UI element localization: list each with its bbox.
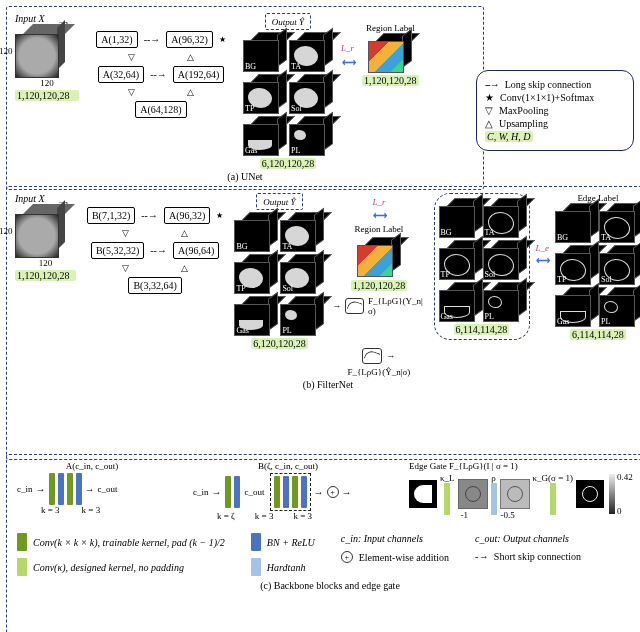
legend-long-skip: --→ Long skip connection bbox=[485, 79, 625, 90]
sigmoid-icon bbox=[345, 298, 364, 314]
gate-up-label: F_{LρG}(Y_n|σ) bbox=[368, 296, 426, 316]
output-block-a: Output Ŷ BG TA TP Sol Gas PL 6,120,120,2… bbox=[243, 13, 333, 169]
arrow-icon: --→ bbox=[150, 69, 167, 80]
double-arrow-icon: ⟷ bbox=[536, 255, 548, 266]
output-dims-b: 6,120,120,28 bbox=[251, 338, 308, 349]
swatch-conv-designed bbox=[17, 558, 27, 576]
loss-r-a: L_r bbox=[341, 43, 354, 53]
swatch-conv-trainable bbox=[17, 533, 27, 551]
double-arrow-icon: ⟷ bbox=[373, 210, 385, 221]
node-a1: A(1,32) bbox=[96, 31, 137, 48]
node-a4: A(192,64) bbox=[173, 66, 224, 83]
input-block-a: Input X 28 120 120 1,120,120,28 bbox=[15, 13, 79, 101]
region-cube-b bbox=[357, 237, 401, 277]
node-fa1: A(96,32) bbox=[164, 207, 210, 224]
panel-a-label: (a) UNet bbox=[15, 169, 475, 184]
arrow-icon: --→ bbox=[144, 34, 161, 45]
panel-c-label: (c) Backbone blocks and edge gate bbox=[17, 578, 640, 593]
input-cube-icon bbox=[15, 24, 69, 78]
swatch-hardtanh bbox=[251, 558, 261, 576]
region-title-b: Region Label bbox=[355, 224, 404, 234]
gate-dn-label: F_{LρG}(Ŷ_n|σ) bbox=[348, 367, 411, 377]
legend-conv: ★ Conv(1×1×1)+Softmax bbox=[485, 92, 625, 103]
triangle-up-icon: △ bbox=[485, 118, 493, 129]
block-a-title: A(c_in, c_out) bbox=[17, 461, 167, 471]
panel-c: A(c_in, c_out) c_in→ →c_out k = 3 k = 3 … bbox=[6, 454, 640, 632]
arrow-dash-icon: - → bbox=[475, 551, 488, 562]
input-dims-a: 1,120,120,28 bbox=[15, 90, 79, 101]
loss-e: L_e bbox=[536, 243, 550, 253]
node-b2: B(5,32,32) bbox=[91, 242, 144, 259]
legend-cout: c_out: Output channels bbox=[475, 533, 569, 544]
input-h: 120 bbox=[0, 46, 13, 56]
edge-gate-diagram: Edge Gate F_{LρG}(I | σ = 1) κ_L -1 ρ -0… bbox=[409, 461, 640, 515]
loss-r-b: L_r bbox=[372, 197, 385, 207]
node-a3: A(32,64) bbox=[98, 66, 144, 83]
node-a5: A(64,128) bbox=[135, 101, 186, 118]
bottom-legend: Conv(k × k × k), trainable kernel, pad (… bbox=[17, 531, 640, 578]
top-right-legend: --→ Long skip connection ★ Conv(1×1×1)+S… bbox=[476, 70, 634, 151]
region-cube-a bbox=[368, 33, 412, 73]
block-a-diagram: A(c_in, c_out) c_in→ →c_out k = 3 k = 3 bbox=[17, 461, 167, 515]
output-cubes-a: BG TA TP Sol Gas PL bbox=[243, 32, 333, 156]
input-title: Input X bbox=[15, 13, 79, 24]
output-dims-a: 6,120,120,28 bbox=[260, 158, 317, 169]
plus-circle-icon: + bbox=[327, 486, 339, 498]
pred-edge-block: BG TA TP Sol Gas PL 6,114,114,28 bbox=[434, 193, 530, 340]
sigmoid-icon bbox=[362, 348, 382, 364]
legend-dims: C, W, H, D bbox=[485, 131, 625, 142]
node-fa2: A(96,64) bbox=[173, 242, 219, 259]
legend-cin: c_in: Input channels bbox=[341, 533, 423, 544]
legend-upsample: △ Upsampling bbox=[485, 118, 625, 129]
panel-b-label: (b) FilterNet bbox=[15, 377, 640, 392]
plus-circle-icon: + bbox=[341, 551, 353, 563]
edge-dims: 6,114,114,28 bbox=[570, 329, 626, 340]
figure-root: --→ Long skip connection ★ Conv(1×1×1)+S… bbox=[0, 0, 640, 632]
input-w: 120 bbox=[15, 78, 79, 88]
filternet-graph: B(7,1,32) --→ A(96,32) ★ ▽△ B(5,32,32) -… bbox=[84, 207, 227, 294]
output-title-a: Output Ŷ bbox=[272, 17, 304, 27]
arrow-dashed-icon: --→ bbox=[485, 79, 499, 90]
node-a2: A(96,32) bbox=[166, 31, 212, 48]
unet-graph: A(1,32) --→ A(96,32) ★ ▽△ A(32,64) --→ A… bbox=[87, 31, 235, 118]
block-b-title: B(ζ, c_in, c_out) bbox=[193, 461, 383, 471]
panel-b: Input X 28 120 120 1,120,120,28 B(7,1,32… bbox=[6, 186, 640, 460]
panel-a: Input X 28 120 120 1,120,120,28 A(1,32) … bbox=[6, 6, 484, 190]
output-title-b: Output Ŷ bbox=[263, 197, 295, 207]
pred-edge-dims: 6,114,114,28 bbox=[454, 324, 510, 335]
output-block-b: Output Ŷ BG TA TP Sol Gas PL 6,120,120,2… bbox=[234, 193, 324, 349]
double-arrow-icon: ⟷ bbox=[342, 57, 354, 68]
star-icon: ★ bbox=[485, 92, 494, 103]
legend-maxpool: ▽ MaxPooling bbox=[485, 105, 625, 116]
region-block-a: Region Label 1,120,120,28 bbox=[362, 23, 419, 86]
swatch-bn-relu bbox=[251, 533, 261, 551]
edge-label-block: Edge Label BG TA TP Sol Gas PL 6,114,114… bbox=[555, 193, 640, 340]
input-cube-icon-b bbox=[15, 204, 69, 258]
input-block-b: Input X 28 120 120 1,120,120,28 bbox=[15, 193, 76, 281]
gate-title: Edge Gate F_{LρG}(I | σ = 1) bbox=[409, 461, 640, 471]
triangle-down-icon: ▽ bbox=[485, 105, 493, 116]
input-dims-b: 1,120,120,28 bbox=[15, 270, 76, 281]
node-b1: B(7,1,32) bbox=[87, 207, 135, 224]
block-b-diagram: B(ζ, c_in, c_out) c_in→ c_out →+→ k = ζ … bbox=[193, 461, 383, 521]
region-dims-a: 1,120,120,28 bbox=[362, 75, 419, 86]
output-cubes-b: BG TA TP Sol Gas PL bbox=[234, 212, 324, 336]
node-b3: B(3,32,64) bbox=[128, 277, 181, 294]
region-dims-b: 1,120,120,28 bbox=[351, 280, 408, 291]
